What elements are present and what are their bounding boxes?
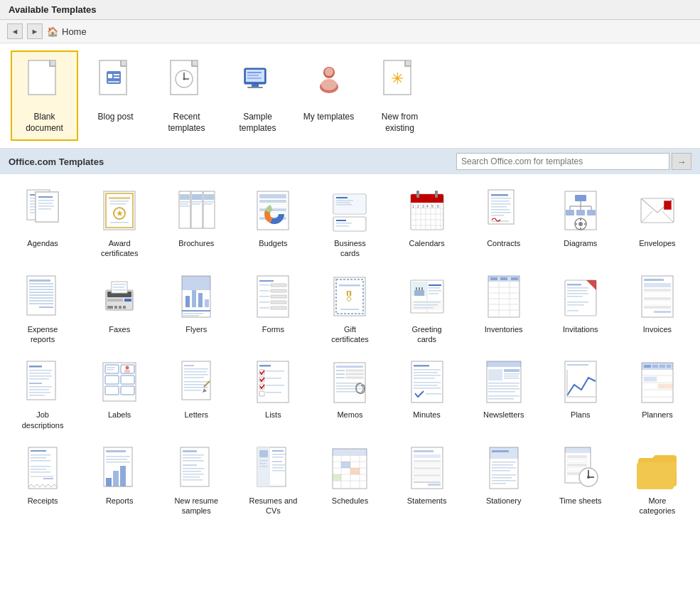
cat-invitations[interactable]: Invitations xyxy=(544,267,618,351)
cat-newsletters[interactable]: Newsletters xyxy=(467,353,541,436)
svg-rect-164 xyxy=(198,293,203,307)
cat-new-resume[interactable]: New resumesamples xyxy=(159,439,233,522)
svg-rect-306 xyxy=(488,383,519,384)
svg-rect-326 xyxy=(644,377,657,381)
timesheets-icon xyxy=(556,444,605,493)
cat-flyers[interactable]: Flyers xyxy=(159,267,233,351)
svg-rect-346 xyxy=(106,462,130,463)
cat-letters[interactable]: Letters xyxy=(159,353,233,436)
diagrams-label: Diagrams xyxy=(564,238,597,248)
cat-contracts[interactable]: Contracts xyxy=(467,181,541,265)
svg-rect-353 xyxy=(183,468,204,469)
svg-rect-173 xyxy=(259,290,269,292)
svg-rect-255 xyxy=(184,365,194,366)
cat-job[interactable]: Jobdescriptions xyxy=(6,353,80,436)
cat-stationery[interactable]: Stationery xyxy=(467,439,541,522)
sample-templates-item[interactable]: Sampletemplates xyxy=(224,50,291,141)
cat-greeting[interactable]: Greetingcards xyxy=(390,267,464,351)
svg-rect-365 xyxy=(272,454,285,455)
svg-rect-224 xyxy=(644,279,664,281)
blog-post-item[interactable]: Blog post xyxy=(82,50,149,141)
search-button[interactable]: → xyxy=(672,153,691,170)
cat-plans[interactable]: Plans xyxy=(544,353,618,436)
svg-rect-210 xyxy=(490,277,497,280)
invoices-label: Invoices xyxy=(643,324,672,334)
svg-rect-175 xyxy=(259,296,269,297)
svg-rect-42 xyxy=(38,206,54,207)
svg-rect-382 xyxy=(333,474,341,481)
cat-timesheets[interactable]: Time sheets xyxy=(544,439,618,522)
cat-diagrams[interactable]: Diagrams xyxy=(544,181,618,265)
svg-rect-335 xyxy=(31,472,50,473)
top-templates-section: Blankdocument Blog post xyxy=(0,43,700,149)
calendars-icon: 1 2 3 4 5 6 xyxy=(403,187,451,235)
svg-rect-329 xyxy=(31,450,46,452)
cat-brochures[interactable]: Brochures xyxy=(159,181,233,265)
cat-forms[interactable]: Forms xyxy=(236,267,310,351)
cat-memos[interactable]: Memos xyxy=(313,353,387,436)
svg-rect-68 xyxy=(259,204,286,207)
my-templates-label: My templates xyxy=(303,112,354,123)
blank-document-item[interactable]: Blankdocument xyxy=(11,50,78,141)
award-icon: ★ xyxy=(95,187,144,235)
cat-invoices[interactable]: Invoices xyxy=(620,267,694,351)
svg-rect-341 xyxy=(113,471,119,486)
cat-reports[interactable]: Reports xyxy=(82,439,156,522)
svg-rect-114 xyxy=(491,215,504,216)
cat-calendars[interactable]: 1 2 3 4 5 6 Calendars xyxy=(390,181,464,265)
cat-statements[interactable]: Statements xyxy=(390,439,464,522)
svg-rect-406 xyxy=(565,447,591,453)
cat-inventories[interactable]: Inventories xyxy=(467,267,541,351)
newsletters-label: Newsletters xyxy=(483,410,524,420)
resumes-label: Resumes andCVs xyxy=(249,496,297,516)
svg-rect-249 xyxy=(121,386,134,395)
svg-rect-80 xyxy=(336,204,352,206)
svg-marker-1 xyxy=(50,60,55,66)
cat-receipts[interactable]: Receipts xyxy=(6,439,80,522)
cat-budgets[interactable]: Budgets xyxy=(236,181,310,265)
svg-rect-145 xyxy=(29,300,53,302)
cat-labels[interactable]: Labels xyxy=(82,353,156,436)
my-templates-item[interactable]: My templates xyxy=(295,50,362,141)
svg-rect-297 xyxy=(414,388,441,389)
sample-templates-label: Sampletemplates xyxy=(239,112,276,134)
cat-more[interactable]: Morecategories xyxy=(620,439,694,522)
recent-templates-item[interactable]: Recenttemplates xyxy=(153,50,220,141)
minutes-icon xyxy=(403,358,451,407)
svg-rect-194 xyxy=(429,287,440,289)
cat-minutes[interactable]: Minutes xyxy=(390,353,464,436)
svg-rect-387 xyxy=(414,464,441,466)
svg-rect-233 xyxy=(29,366,42,368)
new-from-existing-item[interactable]: ✳ New fromexisting xyxy=(366,50,434,141)
svg-rect-339 xyxy=(106,450,126,452)
svg-rect-222 xyxy=(567,310,578,312)
svg-rect-237 xyxy=(29,378,49,380)
cat-gift[interactable]: 🎖 Giftcertificates xyxy=(313,267,387,351)
cat-faxes[interactable]: Faxes xyxy=(82,267,156,351)
svg-rect-327 xyxy=(658,384,672,388)
cat-schedules[interactable]: Schedules xyxy=(313,439,387,522)
svg-rect-315 xyxy=(567,364,588,366)
svg-rect-384 xyxy=(414,450,434,452)
cat-resumes[interactable]: Resumes andCVs xyxy=(236,439,310,522)
back-button[interactable]: ◄ xyxy=(7,23,23,39)
forward-button[interactable]: ► xyxy=(27,23,43,39)
faxes-label: Faxes xyxy=(109,324,130,334)
cat-expense[interactable]: Expensereports xyxy=(6,267,80,351)
svg-rect-124 xyxy=(576,210,585,215)
cat-award[interactable]: ★ Awardcertificates xyxy=(82,181,156,265)
cat-business[interactable]: Businesscards xyxy=(313,181,387,265)
svg-rect-241 xyxy=(29,392,50,393)
cat-agendas[interactable]: Agendas xyxy=(6,181,80,265)
cat-envelopes[interactable]: Envelopes xyxy=(620,181,694,265)
svg-rect-234 xyxy=(29,370,52,371)
svg-rect-198 xyxy=(414,302,441,303)
cat-planners[interactable]: Planners xyxy=(620,353,694,436)
svg-rect-211 xyxy=(500,277,507,280)
svg-text:🎖: 🎖 xyxy=(343,290,355,304)
svg-rect-248 xyxy=(105,386,119,395)
svg-rect-396 xyxy=(492,450,509,452)
planners-label: Planners xyxy=(642,410,672,420)
search-input[interactable] xyxy=(456,153,669,170)
cat-lists[interactable]: Lists xyxy=(236,353,310,436)
